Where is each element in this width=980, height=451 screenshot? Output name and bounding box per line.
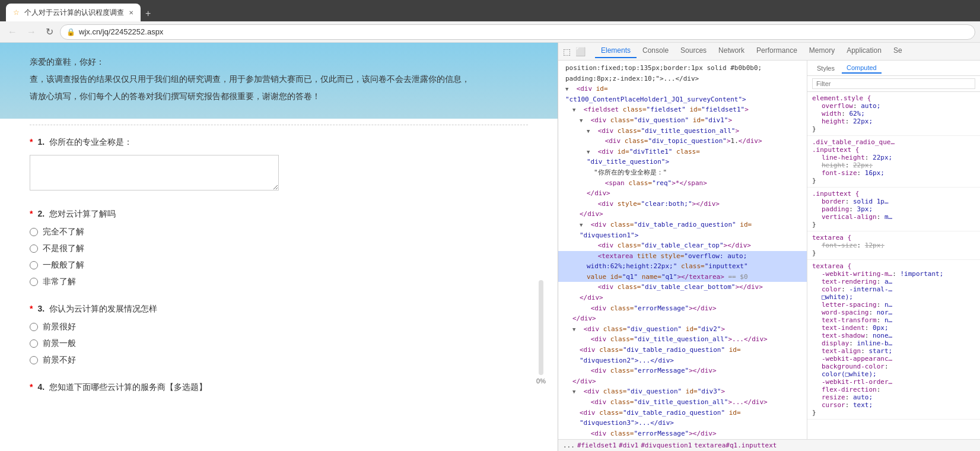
html-line: <div class="div_title_question_all">	[558, 126, 807, 136]
tab-memory[interactable]: Memory	[803, 44, 841, 58]
css-prop: -webkit-appearanc…	[822, 355, 975, 363]
expand-triangle[interactable]	[587, 147, 594, 157]
question-3-block: * 3. 你认为云计算的发展情况怎样 前景很好 前景一般 前景不好	[30, 304, 528, 366]
html-line: <div class="div_table_clear_bottom"></di…	[558, 282, 807, 293]
html-line-selected2[interactable]: width:62%;height:22px;" class="inputtext…	[558, 261, 807, 272]
html-line: </div>	[558, 188, 807, 199]
css-prop: overflow: auto;	[822, 102, 975, 110]
q2-radio-3[interactable]	[30, 261, 38, 269]
q4-text: 您知道下面哪些云计算的服务商【多选题】	[49, 382, 207, 393]
tab-computed[interactable]: Computed	[842, 63, 882, 74]
html-line: position:fixed;top:135px;border:1px soli…	[558, 63, 807, 74]
expand-triangle[interactable]	[572, 386, 580, 397]
css-selector: element.style {	[812, 94, 975, 102]
tab-close-button[interactable]: ✕	[129, 9, 133, 16]
expand-triangle[interactable]	[572, 324, 580, 335]
filter-input[interactable]	[812, 78, 975, 89]
q1-textarea[interactable]	[30, 155, 279, 190]
html-line: "divquestion3">...</div>	[558, 418, 807, 428]
css-selector-2: .inputtext {	[812, 146, 975, 154]
devtools-panel: ⬚ ⬜ Elements Console Sources Network Per…	[558, 43, 980, 451]
q2-radio-4[interactable]	[30, 278, 38, 286]
css-selector: textarea {	[812, 234, 975, 242]
css-rule-inputtext: .inputtext { border: solid 1p… padding: …	[807, 188, 980, 231]
breadcrumb-textarea[interactable]: textarea#q1.inputtext	[694, 442, 777, 449]
tab-performance[interactable]: Performance	[750, 44, 803, 58]
html-line: <div id=	[558, 84, 807, 94]
tab-bar: ☆ 个人对于云计算的认识程度调查 ✕ +	[0, 0, 980, 21]
survey-panel: 亲爱的童鞋，你好： 查，该调查报告的结果仅仅只用于我们组的研究调查，用于参加营销…	[0, 43, 558, 451]
breadcrumb-divquestion1[interactable]: #divquestion1	[641, 442, 692, 449]
breadcrumb-div1[interactable]: #div1	[619, 442, 638, 449]
active-tab[interactable]: ☆ 个人对于云计算的认识程度调查 ✕	[6, 4, 141, 21]
q2-radio-2[interactable]	[30, 244, 38, 253]
css-prop: text-shadow: none…	[822, 332, 975, 339]
html-line: "divquestion2">...</div>	[558, 355, 807, 366]
q2-radio-1[interactable]	[30, 228, 38, 236]
tab-security[interactable]: Se	[887, 44, 908, 58]
html-line-selected[interactable]: <textarea title style="overflow: auto;	[558, 251, 807, 262]
tab-sources[interactable]: Sources	[674, 44, 712, 58]
html-line: </div>	[558, 293, 807, 303]
q3-option-2[interactable]: 前景一般	[30, 338, 528, 349]
tab-title: 个人对于云计算的认识程度调查	[24, 8, 124, 18]
css-prop: cursor: text;	[822, 401, 975, 409]
html-line-selected3[interactable]: value id="q1" name="q1"></textarea> == $…	[558, 272, 807, 282]
cursor-icon[interactable]: ⬚	[563, 47, 571, 56]
main-layout: 亲爱的童鞋，你好： 查，该调查报告的结果仅仅只用于我们组的研究调查，用于参加营销…	[0, 43, 980, 451]
survey-body: * 1. 你所在的专业全称是： * 2. 您对云计算了解吗 完全不了解	[0, 131, 558, 415]
header-greeting: 亲爱的童鞋，你好：	[30, 55, 528, 69]
html-line: <div id="divTitle1" class=	[558, 147, 807, 157]
question-1-title: * 1. 你所在的专业全称是：	[30, 137, 528, 148]
q3-option-1[interactable]: 前景很好	[30, 322, 528, 332]
html-line: <div class="errorMessage"></div>	[558, 366, 807, 376]
css-prop: background-color:	[822, 363, 975, 370]
css-prop: text-rendering: a…	[822, 278, 975, 285]
css-prop: height: 22px;	[822, 117, 975, 125]
css-prop: text-transform: n…	[822, 316, 975, 324]
q2-option-3[interactable]: 一般般了解	[30, 260, 528, 271]
back-button[interactable]: ←	[5, 26, 20, 39]
device-icon[interactable]: ⬜	[575, 47, 586, 56]
html-line: <div class="div_table_clear_top"></div>	[558, 240, 807, 251]
tab-styles[interactable]: Styles	[812, 63, 839, 73]
css-prop: letter-spacing: n…	[822, 301, 975, 309]
q2-option-2[interactable]: 不是很了解	[30, 243, 528, 254]
reload-button[interactable]: ↻	[43, 25, 56, 39]
devtools-content: position:fixed;top:135px;border:1px soli…	[558, 61, 980, 439]
forward-button[interactable]: →	[24, 26, 39, 39]
styles-tabs: Styles Computed	[807, 61, 980, 76]
tab-network[interactable]: Network	[712, 44, 750, 58]
progress-indicator: 0%	[536, 280, 546, 385]
q3-radio-1[interactable]	[30, 323, 38, 331]
q2-num: 2.	[37, 209, 44, 218]
q3-radio-2[interactable]	[30, 339, 38, 348]
q2-option-4[interactable]: 非常了解	[30, 277, 528, 287]
html-line: padding:8px;z-index:10;">...</div>	[558, 74, 807, 84]
tab-elements[interactable]: Elements	[595, 44, 637, 58]
expand-triangle[interactable]	[572, 104, 580, 115]
expand-triangle[interactable]	[587, 126, 594, 136]
new-tab-button[interactable]: +	[141, 6, 155, 21]
q2-label-1: 完全不了解	[43, 227, 84, 237]
elements-panel: position:fixed;top:135px;border:1px soli…	[558, 61, 807, 439]
expand-triangle[interactable]	[580, 220, 587, 230]
progress-text: 0%	[536, 377, 546, 385]
header-footer: 请放心填写，你们每个人的答卷对我们撰写研究报告都很重要，谢谢您的答卷！	[30, 89, 528, 104]
tab-application[interactable]: Application	[841, 44, 887, 58]
css-prop: font-size: 16px;	[822, 169, 975, 177]
required-star-4: *	[30, 382, 33, 392]
css-prop: width: 62%;	[822, 110, 975, 117]
q2-option-1[interactable]: 完全不了解	[30, 227, 528, 237]
expand-triangle[interactable]	[565, 84, 572, 94]
html-line: <div class="div_question" id="div2">	[558, 324, 807, 335]
expand-triangle[interactable]	[580, 115, 587, 126]
header-body: 查，该调查报告的结果仅仅只用于我们组的研究调查，用于参加营销大赛而已，仅此而已，…	[30, 72, 528, 87]
q3-radio-3[interactable]	[30, 356, 38, 364]
html-line: <div class="div_question" id="div3">	[558, 386, 807, 397]
q3-option-3[interactable]: 前景不好	[30, 355, 528, 366]
nav-bar: ← → ↻ 🔒 wjx.cn/jq/22452252.aspx	[0, 21, 980, 43]
address-bar[interactable]: 🔒 wjx.cn/jq/22452252.aspx	[60, 24, 975, 40]
tab-console[interactable]: Console	[637, 44, 674, 58]
breadcrumb-fieldset1[interactable]: #fieldset1	[577, 442, 616, 449]
